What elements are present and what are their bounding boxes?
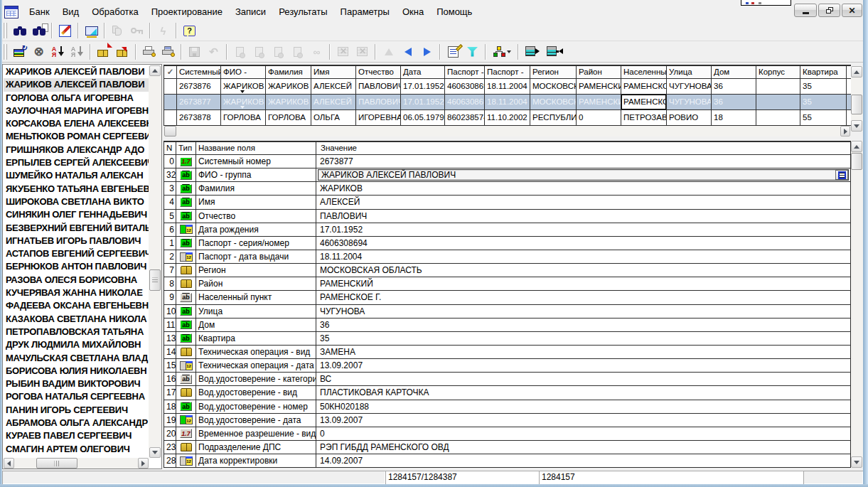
column-header[interactable]: N — [164, 142, 176, 155]
search-in-results-button[interactable] — [29, 22, 48, 40]
grid-cell[interactable]: ПАВЛОВИЧ — [356, 79, 401, 95]
field-value[interactable]: ВС — [316, 373, 851, 386]
menu-item-0[interactable]: Банк — [23, 4, 56, 19]
field-row[interactable]: 16abВод.удостоверение - категорияВС — [164, 373, 851, 386]
field-value[interactable]: 50КН020188 — [316, 400, 851, 414]
column-header[interactable]: Тип — [176, 142, 196, 155]
field-row[interactable]: 14Техническая операция - видЗАМЕНА — [164, 346, 851, 359]
list-item[interactable]: КОРСАКОВА ЕЛЕНА АЛЕКСЕЕВН — [4, 117, 149, 130]
grid-cell[interactable]: 18.11.2004 — [485, 95, 530, 110]
field-name[interactable]: Паспорт - дата выдачи — [196, 250, 316, 264]
list-item[interactable]: АСТАПОВ ЕВГЕНИЙ СЕРГЕЕВИЧ — [4, 247, 149, 260]
column-header[interactable]: Корпус — [756, 66, 800, 79]
column-header[interactable]: Дом — [712, 66, 756, 79]
field-row[interactable]: 1912Вод.удостоверение - дата13.09.2007 — [164, 414, 851, 427]
field-value[interactable]: 13.09.2007 — [316, 359, 851, 373]
field-row[interactable]: 3abФамилияЖАРИКОВ — [164, 182, 851, 196]
field-row[interactable]: 212Паспорт - дата выдачи18.11.2004 — [164, 250, 851, 264]
field-row[interactable]: 9abНаселенный пунктРАМЕНСКОЕ Г. — [164, 291, 851, 304]
field-name[interactable]: Квартира — [196, 332, 316, 346]
sort-button[interactable]: АЯ — [48, 43, 68, 60]
field-name[interactable]: Техническая операция - вид — [196, 346, 316, 359]
print-record-button[interactable] — [139, 43, 159, 60]
field-row[interactable]: 23Подразделение ДПСРЭП ГИБДД РАМЕНСКОГО … — [164, 441, 851, 454]
field-row[interactable]: 5abОтчествоПАВЛОВИЧ — [164, 210, 851, 223]
list-item[interactable]: КУРАЕВ ПАВЕЛ СЕРГЕЕВИЧ — [4, 429, 149, 442]
list-item[interactable]: ФАДЕЕВА ОКСАНА ЕВГЕНЬЕВНА — [4, 299, 149, 312]
grid-cell[interactable]: РОВИО — [667, 110, 712, 126]
field-name[interactable]: Подразделение ДПС — [196, 441, 316, 454]
grid-cell[interactable]: 4606308694 — [445, 79, 485, 95]
list-item[interactable]: РОГОВА НАТАЛЬЯ СЕРГЕЕВНА — [4, 390, 149, 403]
grid-cell[interactable]: РАМЕНСКИ — [577, 95, 621, 110]
grid-cell[interactable]: ЧУГУНОВА — [667, 79, 712, 95]
field-row[interactable]: 1512Техническая операция - дата13.09.200… — [164, 359, 851, 373]
close-button[interactable]: ✕ — [842, 4, 862, 17]
field-value[interactable]: АЛЕКСЕЙ — [316, 196, 851, 209]
menu-item-3[interactable]: Проектирование — [145, 4, 229, 19]
field-row[interactable]: 18abВод.удостоверение - номер50КН020188 — [164, 400, 851, 414]
field-row[interactable]: 1abПаспорт - серия/номер4606308694 — [164, 237, 851, 250]
field-name[interactable]: Техническая операция - дата — [196, 359, 316, 373]
field-name[interactable]: Имя — [196, 196, 316, 209]
list-item[interactable]: ЗАУЛОЧНАЯ МАРИНА ИГОРЕВН — [4, 105, 149, 117]
table-row[interactable]: 2673878ГОРЛОВАГОРЛОВАОЛЬГАИГОРЕВНА06.05.… — [164, 110, 851, 126]
column-header[interactable]: Дата — [401, 66, 445, 79]
scroll-right-button[interactable] — [840, 126, 850, 137]
field-row[interactable]: 8РайонРАМЕНСКИЙ — [164, 277, 851, 291]
list-item[interactable]: ШИРОКОВА СВЕТЛАНА ВИКТО — [4, 196, 149, 208]
restore-button[interactable] — [818, 4, 840, 17]
menu-item-1[interactable]: Вид — [56, 4, 86, 19]
list-item[interactable]: БЕЗВЕРХНИЙ ЕВГЕНИЙ ВИТАЛЬ — [4, 222, 149, 235]
list-item[interactable]: ИГНАТЬЕВ ИГОРЬ ПАВЛОВИЧ — [4, 235, 149, 247]
record-properties-button[interactable] — [444, 43, 463, 60]
toolbar-grip[interactable] — [3, 23, 8, 38]
list-item[interactable]: БЕРНЮКОВ АНТОН ПАВЛОВИЧ — [4, 260, 149, 273]
grid-cell[interactable]: РАМЕНСКО — [621, 79, 667, 95]
column-header[interactable]: Паспорт - — [445, 66, 485, 79]
grid-cell[interactable] — [756, 79, 800, 95]
field-value[interactable]: 4606308694 — [316, 237, 851, 250]
grid-cell[interactable]: 06.05.1979 — [401, 110, 445, 126]
grid-cell[interactable]: 36 — [712, 79, 756, 95]
field-name[interactable]: Вод.удостоверение - номер — [196, 400, 316, 414]
field-value[interactable]: 13.09.2007 — [316, 414, 851, 427]
list-item[interactable]: ПАНИН ИГОРЬ СЕРГЕЕВИЧ — [4, 404, 149, 417]
field-name[interactable]: Вод.удостоверение - категория — [196, 373, 316, 386]
field-value-editor[interactable]: ЖАРИКОВ АЛЕКСЕЙ ПАВЛОВИЧ — [318, 169, 849, 181]
toolbar-grip[interactable] — [3, 44, 8, 60]
field-value[interactable]: 0 — [316, 427, 851, 441]
menu-item-6[interactable]: Параметры — [334, 4, 396, 19]
list-item[interactable]: ЖАРИКОВ АЛЕКСЕЙ ПАВЛОВИ — [4, 78, 149, 91]
list-item[interactable]: ПЕТРОПАВЛОВСКАЯ ТАТЬЯНА — [4, 326, 149, 338]
list-item[interactable]: КАЗАКОВА СВЕТЛАНА НИКОЛА — [4, 313, 149, 326]
list-item[interactable]: МАЧУЛЬСКАЯ СВЕТЛАНА ВЛАД — [4, 352, 149, 365]
menu-item-2[interactable]: Обработка — [85, 4, 145, 19]
list-item[interactable]: ГРИШНЯКОВ АЛЕКСАНДР АДО — [4, 144, 149, 156]
column-header[interactable]: Паспорт - — [485, 66, 530, 79]
grid-cell[interactable]: 11.10.2002 — [485, 110, 530, 126]
table-row[interactable]: 2673876ЖАРИКОВЖАРИКОВАЛЕКСЕЙПАВЛОВИЧ17.0… — [164, 79, 851, 95]
grid-cell[interactable]: 2673876 — [177, 79, 221, 95]
field-name[interactable]: Временное разрешение - вид — [196, 427, 316, 441]
grid-cell[interactable]: 35 — [800, 79, 847, 95]
field-row[interactable]: 4abИмяАЛЕКСЕЙ — [164, 196, 851, 209]
grid-cell[interactable]: РАМЕНСКО — [621, 95, 667, 110]
field-row[interactable]: 10abУлицаЧУГУНОВА — [164, 305, 851, 319]
grid-cell[interactable]: 17.01.1952 — [401, 95, 445, 110]
list-item[interactable]: ЖАРИКОВ АЛЕКСЕЙ ПАВЛОВИ — [4, 65, 149, 78]
field-value[interactable]: 36 — [316, 319, 851, 332]
prev-record-button[interactable] — [398, 43, 417, 60]
field-row[interactable]: 32abФИО - группаЖАРИКОВ АЛЕКСЕЙ ПАВЛОВИЧ — [164, 168, 851, 182]
grid-cell[interactable]: ЖАРИКОВ — [266, 95, 311, 110]
field-value[interactable]: 2673877 — [316, 155, 851, 168]
grid-cell[interactable]: 35 — [800, 95, 847, 110]
field-value[interactable]: ЧУГУНОВА — [316, 305, 851, 319]
book-out-button[interactable] — [113, 43, 132, 60]
grid-cell[interactable]: ЧУГУНОВА — [667, 95, 712, 110]
column-header[interactable]: ФИО - — [221, 66, 266, 79]
list-item[interactable]: ГОРЛОВА ОЛЬГА ИГОРЕВНА — [4, 92, 149, 105]
scroll-down-button[interactable] — [149, 447, 161, 458]
field-name[interactable]: Системный номер — [196, 155, 316, 168]
field-row[interactable]: 612Дата рождения17.01.1952 — [164, 223, 851, 237]
